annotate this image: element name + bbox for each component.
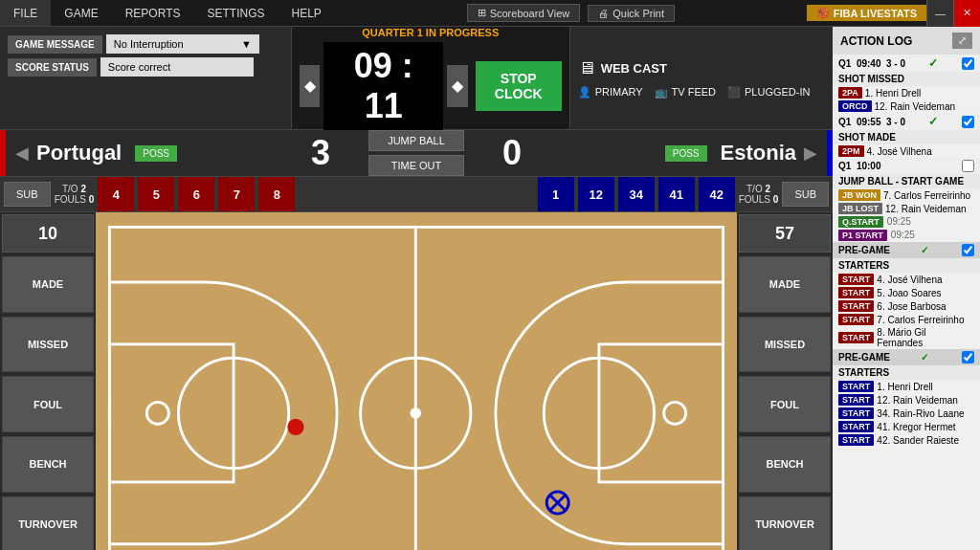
al-pregame-estonia: PRE-GAME ✓: [833, 349, 980, 365]
al-jump-ball-title: JUMP BALL - START GAME: [833, 174, 980, 188]
tag-2pa: 2PA: [838, 87, 862, 99]
window-controls: — ✕: [926, 0, 980, 27]
al-starter-vilhena: START 4. José Vilhena: [833, 273, 980, 286]
players-row: SUB T/O 2 FOULS 0 4 5 6 7 8 1 12 34 41 4…: [0, 177, 833, 212]
left-turnover-button[interactable]: TURNOVER: [2, 496, 94, 550]
right-bench-number: 57: [739, 214, 831, 253]
al-player-veideman-lost: JB LOST 12. Rain Veideman: [833, 202, 980, 215]
al-starter-soares: START 5. Joao Soares: [833, 286, 980, 299]
player-left-5[interactable]: 5: [138, 177, 174, 211]
monitor-icon: 🖥: [578, 58, 595, 78]
menu-settings[interactable]: SETTINGS: [193, 0, 278, 26]
tag-start-drell: START: [838, 381, 874, 392]
right-poss-button[interactable]: POSS: [665, 145, 707, 162]
right-foul-button[interactable]: FOUL: [739, 376, 831, 432]
scoreboard-icon: ⊞: [478, 7, 486, 19]
menu-reports[interactable]: REPORTS: [112, 0, 194, 26]
al-p1start-row: P1 START 09:25: [833, 229, 980, 242]
right-actions: 57 MADE MISSED FOUL BENCH TURNOVER BENCH…: [737, 212, 833, 550]
clock-up-button[interactable]: ◆: [447, 65, 468, 107]
player-left-7[interactable]: 7: [218, 177, 255, 211]
check-icon-1: ✓: [928, 56, 938, 70]
player-right-12[interactable]: 12: [578, 177, 614, 211]
player-left-6[interactable]: 6: [178, 177, 214, 211]
entry-checkbox-1[interactable]: [962, 57, 974, 70]
action-log-expand-button[interactable]: ⤢: [952, 33, 972, 49]
tag-start-hermet: START: [838, 421, 874, 432]
player-right-1[interactable]: 1: [538, 177, 574, 211]
fiba-logo: 🏀 FIBA LIVESTATS: [807, 5, 926, 21]
left-team-arrow[interactable]: ◀: [15, 143, 29, 164]
left-poss-button[interactable]: POSS: [135, 145, 177, 162]
menu-game[interactable]: GAME: [51, 0, 111, 26]
right-made-button[interactable]: MADE: [739, 256, 831, 313]
right-team-arrow[interactable]: ▶: [804, 143, 817, 164]
left-missed-button[interactable]: MISSED: [2, 317, 94, 373]
left-made-button[interactable]: MADE: [2, 256, 94, 313]
right-to-fouls: T/O 2 FOULS 0: [739, 184, 779, 205]
left-foul-button[interactable]: FOUL: [2, 376, 94, 432]
main-area: GAME MESSAGE No Interruption ▼ SCORE STA…: [0, 27, 980, 550]
player-left-4[interactable]: 4: [98, 177, 134, 211]
time-out-button[interactable]: TIME OUT: [368, 155, 464, 176]
top-left-controls: GAME MESSAGE No Interruption ▼ SCORE STA…: [0, 27, 292, 129]
check-icon-pregame-1: ✓: [921, 245, 928, 255]
tag-start-vilhena: START: [838, 274, 874, 285]
tag-start-raieste: START: [838, 434, 874, 446]
left-to-fouls: T/O 2 FOULS 0: [55, 184, 95, 205]
player-right-41[interactable]: 41: [658, 177, 695, 211]
al-quarter-3: Q1 10:00: [833, 158, 980, 174]
clock-display: ◆ 09 : 11 ◆: [300, 42, 468, 130]
svg-point-12: [287, 419, 303, 435]
al-shot-made-title: SHOT MADE: [833, 130, 980, 144]
action-log-panel: ACTION LOG ⤢ Q1 09:40 3 - 0 ✓ SHOT MISSE…: [833, 27, 980, 550]
close-button[interactable]: ✕: [953, 0, 980, 27]
game-message-row: GAME MESSAGE No Interruption ▼: [8, 34, 283, 54]
score-status-row: SCORE STATUS Score correct: [8, 57, 283, 77]
scoreboard-view-button[interactable]: ⊞ Scoreboard View: [467, 4, 581, 22]
game-message-select[interactable]: No Interruption ▼: [106, 34, 259, 54]
tag-qstart: Q.START: [838, 216, 883, 228]
right-sub-button[interactable]: SUB: [782, 182, 829, 207]
player-left-8[interactable]: 8: [258, 177, 295, 211]
plugged-in-connection: ⬛ PLUGGED-IN: [727, 86, 810, 99]
right-bench-button[interactable]: BENCH: [739, 436, 831, 493]
person-icon: 👤: [578, 86, 591, 99]
clock-down-button[interactable]: ◆: [300, 65, 321, 107]
right-team-name: Estonia: [721, 141, 796, 165]
webcast-label: WEB CAST: [601, 61, 667, 76]
left-sub-button[interactable]: SUB: [4, 182, 51, 207]
minimize-button[interactable]: —: [926, 0, 953, 27]
stop-clock-button[interactable]: STOP CLOCK: [476, 61, 562, 111]
pregame-checkbox-1[interactable]: [962, 244, 974, 256]
pregame-checkbox-2[interactable]: [962, 351, 974, 363]
al-pregame-portugal: PRE-GAME ✓: [833, 242, 980, 258]
right-team-side: POSS Estonia ▶: [550, 130, 827, 176]
tag-jb-won: JB WON: [838, 189, 880, 201]
menu-help[interactable]: HELP: [278, 0, 335, 26]
right-turnover-button[interactable]: TURNOVER: [739, 496, 831, 550]
tag-p1start: P1 START: [838, 230, 887, 241]
player-right-34[interactable]: 34: [618, 177, 655, 211]
check-icon-2: ✓: [928, 115, 938, 128]
entry-checkbox-2[interactable]: [962, 116, 974, 128]
al-starter-fernandes: START 8. Mário Gil Fernandes: [833, 326, 980, 349]
quick-print-button[interactable]: 🖨 Quick Print: [588, 5, 675, 22]
court-area: 10 MADE MISSED FOUL BENCH TURNOVER COACH: [0, 212, 833, 550]
al-starter-hermet: START 41. Kregor Hermet: [833, 420, 980, 433]
tag-start-laane: START: [838, 407, 874, 419]
basketball-court[interactable]: [96, 212, 737, 550]
player-right-42[interactable]: 42: [699, 177, 735, 211]
score-row: ◀ Portugal POSS 3 JUMP BALL TIME OUT 0 P…: [0, 130, 833, 177]
entry-checkbox-3[interactable]: [962, 160, 974, 172]
tv-feed-connection: 📺 TV FEED: [655, 86, 716, 99]
action-log-header: ACTION LOG ⤢: [833, 27, 980, 55]
left-bench-button[interactable]: BENCH: [2, 436, 94, 493]
menu-file[interactable]: FILE: [0, 0, 51, 26]
right-missed-button[interactable]: MISSED: [739, 317, 831, 373]
left-actions: 10 MADE MISSED FOUL BENCH TURNOVER COACH: [0, 212, 96, 550]
jump-ball-button[interactable]: JUMP BALL: [368, 130, 464, 151]
al-qstart-row: Q.START 09:25: [833, 215, 980, 229]
al-starter-ferreirinho: START 7. Carlos Ferreirinho: [833, 313, 980, 326]
tag-orcd: ORCD: [838, 100, 872, 112]
